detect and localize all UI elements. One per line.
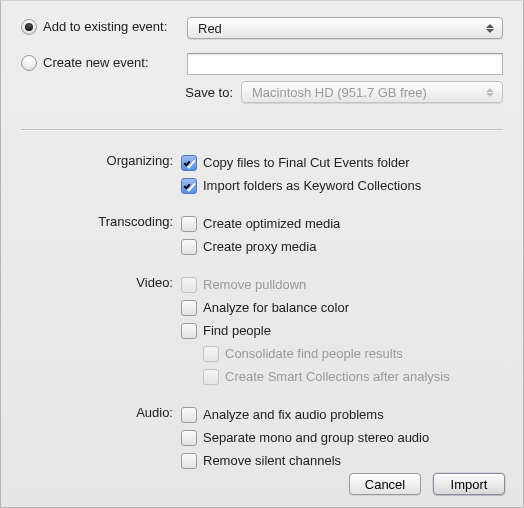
copy-files-checkbox[interactable]: Copy files to Final Cut Events folder [181,153,421,173]
separate-mono-checkbox[interactable]: Separate mono and group stereo audio [181,428,429,448]
separate-mono-label: Separate mono and group stereo audio [203,428,429,448]
find-people-label: Find people [203,321,271,341]
consolidate-people-label: Consolidate find people results [225,344,403,364]
create-proxy-checkbox[interactable]: Create proxy media [181,237,340,257]
transcoding-label: Transcoding: [1,214,181,229]
existing-event-popup[interactable]: Red [187,17,503,39]
copy-files-label: Copy files to Final Cut Events folder [203,153,410,173]
cancel-button[interactable]: Cancel [349,473,421,495]
add-to-existing-label: Add to existing event: [43,19,167,34]
popup-arrows-icon [484,88,496,97]
remove-silent-checkbox[interactable]: Remove silent channels [181,451,429,471]
create-new-event-label: Create new event: [43,55,149,70]
import-folders-label: Import folders as Keyword Collections [203,176,421,196]
analyze-balance-label: Analyze for balance color [203,298,349,318]
analyze-balance-checkbox[interactable]: Analyze for balance color [181,298,450,318]
save-to-label: Save to: [185,85,233,100]
analyze-audio-label: Analyze and fix audio problems [203,405,384,425]
smart-collections-label: Create Smart Collections after analysis [225,367,450,387]
video-label: Video: [1,275,181,290]
create-new-event-radio[interactable]: Create new event: [21,55,149,71]
create-proxy-label: Create proxy media [203,237,316,257]
create-optimized-checkbox[interactable]: Create optimized media [181,214,340,234]
import-button[interactable]: Import [433,473,505,495]
add-to-existing-radio[interactable]: Add to existing event: [21,19,167,35]
import-folders-checkbox[interactable]: Import folders as Keyword Collections [181,176,421,196]
popup-arrows-icon [484,24,496,33]
create-optimized-label: Create optimized media [203,214,340,234]
save-to-value: Macintosh HD (951.7 GB free) [252,85,427,100]
consolidate-people-checkbox: Consolidate find people results [203,344,450,364]
analyze-audio-checkbox[interactable]: Analyze and fix audio problems [181,405,429,425]
audio-label: Audio: [1,405,181,420]
new-event-name-input[interactable] [187,53,503,75]
existing-event-value: Red [198,21,222,36]
remove-silent-label: Remove silent channels [203,451,341,471]
remove-pulldown-checkbox: Remove pulldown [181,275,450,295]
smart-collections-checkbox: Create Smart Collections after analysis [203,367,450,387]
remove-pulldown-label: Remove pulldown [203,275,306,295]
save-to-popup: Macintosh HD (951.7 GB free) [241,81,503,103]
organizing-label: Organizing: [1,153,181,168]
find-people-checkbox[interactable]: Find people [181,321,450,341]
